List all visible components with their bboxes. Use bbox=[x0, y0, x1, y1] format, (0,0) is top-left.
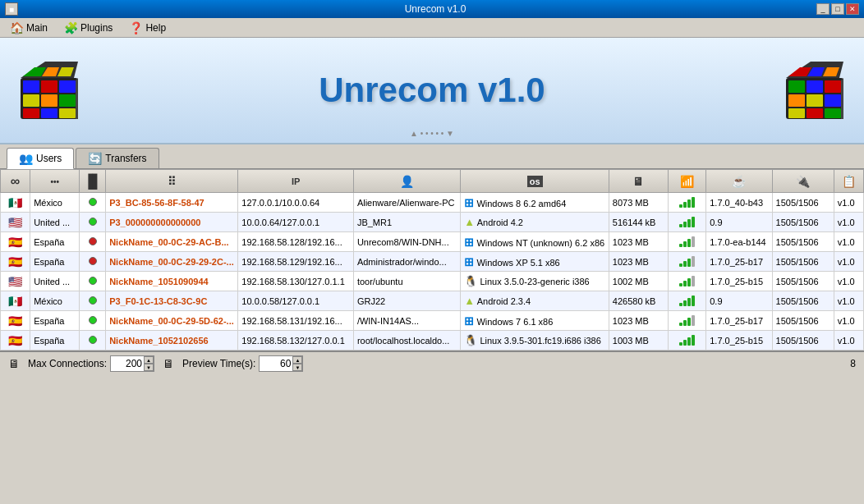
cell-status bbox=[80, 193, 106, 213]
svg-rect-20 bbox=[807, 94, 823, 107]
cell-nickname: P3_BC-85-56-8F-58-47 bbox=[106, 193, 238, 213]
cell-port: 1505/1506 bbox=[772, 213, 834, 232]
cell-ram: 516144 kB bbox=[609, 213, 668, 232]
cell-port: 1505/1506 bbox=[772, 311, 834, 331]
max-connections-down[interactable]: ▼ bbox=[144, 364, 154, 371]
preview-time-input[interactable] bbox=[260, 356, 292, 371]
table-row[interactable]: 🇪🇸 España NickName_00-0C-29-5D-62-... 19… bbox=[1, 311, 864, 331]
tab-transfers-label: Transfers bbox=[105, 153, 146, 164]
cell-country: España bbox=[30, 252, 80, 272]
cell-version: v1.0 bbox=[834, 291, 863, 311]
preview-time-field: Preview Time(s): ▲ ▼ bbox=[182, 355, 303, 372]
cell-os: 🐧 Linux 3.9.5-301.fc19.i686 i386 bbox=[461, 331, 609, 351]
window-title: Unrecom v1.0 bbox=[54, 3, 816, 15]
menu-help-label: Help bbox=[145, 22, 166, 34]
tab-users[interactable]: 👥 Users bbox=[7, 148, 74, 169]
col-header-ip[interactable]: IP bbox=[238, 170, 354, 193]
menu-plugins[interactable]: 🧩 Plugins bbox=[57, 20, 119, 36]
col-header-flag[interactable]: ∞ bbox=[1, 170, 30, 193]
cell-signal bbox=[669, 331, 706, 351]
max-connections-input[interactable] bbox=[111, 356, 144, 371]
cell-hostname: Alienware/Alienware-PC bbox=[353, 193, 460, 213]
menu-help[interactable]: ❓ Help bbox=[122, 20, 172, 36]
max-connections-spinner: ▲ ▼ bbox=[144, 356, 154, 371]
svg-marker-14 bbox=[76, 78, 78, 119]
cell-java: 1.7.0_25-b17 bbox=[706, 252, 772, 272]
col-header-version[interactable]: 📋 bbox=[834, 170, 863, 193]
cell-hostname: toor/ubuntu bbox=[353, 272, 460, 291]
cell-country: España bbox=[30, 311, 80, 331]
col-header-hostname[interactable]: 👤 bbox=[353, 170, 460, 193]
window-controls: _ □ ✕ bbox=[816, 3, 859, 15]
table-row[interactable]: 🇲🇽 México P3_F0-1C-13-C8-3C-9C 10.0.0.58… bbox=[1, 291, 864, 311]
table-container: ∞ ••• ▐▌ ⠿ IP 👤 os bbox=[0, 169, 864, 351]
col-header-status[interactable]: ▐▌ bbox=[80, 170, 106, 193]
preview-time-spinner: ▲ ▼ bbox=[292, 356, 302, 371]
col-header-java[interactable]: ☕ bbox=[706, 170, 772, 193]
cell-nickname: NickName_1052102656 bbox=[106, 331, 238, 351]
max-connections-field: Max Connections: ▲ ▼ bbox=[28, 355, 154, 372]
svg-rect-6 bbox=[59, 94, 76, 107]
cell-signal bbox=[669, 311, 706, 331]
cell-hostname: Unrecom8/WIN-DNH... bbox=[353, 232, 460, 252]
cell-port: 1505/1506 bbox=[772, 331, 834, 351]
max-connections-label: Max Connections: bbox=[28, 358, 107, 369]
cell-flag: 🇲🇽 bbox=[1, 193, 30, 213]
minimize-button[interactable]: _ bbox=[816, 3, 830, 15]
maximize-button[interactable]: □ bbox=[831, 3, 844, 15]
cell-ram: 1023 MB bbox=[609, 311, 668, 331]
table-row[interactable]: 🇲🇽 México P3_BC-85-56-8F-58-47 127.0.0.1… bbox=[1, 193, 864, 213]
cell-os: 🐧 Linux 3.5.0-23-generic i386 bbox=[461, 272, 609, 291]
col-header-signal[interactable]: 📶 bbox=[669, 170, 706, 193]
cell-nickname: P3_F0-1C-13-C8-3C-9C bbox=[106, 291, 238, 311]
preview-time-up[interactable]: ▲ bbox=[292, 356, 302, 364]
cell-ip: 192.168.58.130/127.0.1.1 bbox=[238, 272, 354, 291]
footer-count: 8 bbox=[850, 358, 856, 369]
col-header-port[interactable]: 🔌 bbox=[772, 170, 834, 193]
cell-java: 1.7.0-ea-b144 bbox=[706, 232, 772, 252]
col-header-country[interactable]: ••• bbox=[30, 170, 80, 193]
cell-version: v1.0 bbox=[834, 272, 863, 291]
cell-hostname: /WIN-IN14AS... bbox=[353, 311, 460, 331]
cell-signal bbox=[669, 252, 706, 272]
tab-transfers[interactable]: 🔄 Transfers bbox=[76, 148, 159, 168]
footer: 🖥 Max Connections: ▲ ▼ 🖥 Preview Time(s)… bbox=[0, 351, 864, 375]
svg-rect-21 bbox=[825, 94, 841, 107]
cell-status bbox=[80, 252, 106, 272]
cell-status bbox=[80, 232, 106, 252]
cell-hostname: Administrador/windo... bbox=[353, 252, 460, 272]
cell-hostname: GRJ22 bbox=[353, 291, 460, 311]
table-row[interactable]: 🇺🇸 United ... NickName_1051090944 192.16… bbox=[1, 272, 864, 291]
menu-main-label: Main bbox=[26, 22, 48, 34]
cell-os: ⊞ Windows 8 6.2 amd64 bbox=[461, 193, 609, 213]
tabs-and-table: 👥 Users 🔄 Transfers ∞ ••• ▐▌ bbox=[0, 144, 864, 351]
main-icon: 🏠 bbox=[10, 21, 24, 34]
col-header-nickname[interactable]: ⠿ bbox=[106, 170, 238, 193]
table-row[interactable]: 🇪🇸 España NickName_00-0C-29-AC-B... 192.… bbox=[1, 232, 864, 252]
footer-icon: 🖥 bbox=[8, 357, 20, 370]
max-connections-up[interactable]: ▲ bbox=[144, 356, 154, 364]
cell-ip: 192.168.58.128/192.16... bbox=[238, 232, 354, 252]
table-row[interactable]: 🇪🇸 España NickName_00-0C-29-29-2C-... 19… bbox=[1, 252, 864, 272]
cell-port: 1505/1506 bbox=[772, 232, 834, 252]
cell-flag: 🇲🇽 bbox=[1, 291, 30, 311]
table-row[interactable]: 🇺🇸 United ... P3_000000000000000 10.0.0.… bbox=[1, 213, 864, 232]
cell-signal bbox=[669, 232, 706, 252]
dots-text: ▲ • • • • • ▼ bbox=[410, 129, 454, 138]
cell-java: 1.7.0_25-b17 bbox=[706, 311, 772, 331]
col-header-ram[interactable]: 🖥 bbox=[609, 170, 668, 193]
svg-rect-22 bbox=[788, 108, 805, 118]
cell-country: México bbox=[30, 291, 80, 311]
cell-java: 1.7.0_40-b43 bbox=[706, 193, 772, 213]
cell-java: 1.7.0_25-b15 bbox=[706, 272, 772, 291]
preview-time-down[interactable]: ▼ bbox=[292, 364, 302, 371]
preview-time-label: Preview Time(s): bbox=[182, 358, 255, 369]
table-row[interactable]: 🇪🇸 España NickName_1052102656 192.168.58… bbox=[1, 331, 864, 351]
col-header-os[interactable]: os bbox=[461, 170, 609, 193]
cell-nickname: NickName_00-0C-29-5D-62-... bbox=[106, 311, 238, 331]
cell-port: 1505/1506 bbox=[772, 291, 834, 311]
tabs-bar: 👥 Users 🔄 Transfers bbox=[0, 144, 864, 169]
tab-users-label: Users bbox=[36, 153, 62, 164]
close-button[interactable]: ✕ bbox=[846, 3, 859, 15]
menu-main[interactable]: 🏠 Main bbox=[3, 20, 54, 36]
